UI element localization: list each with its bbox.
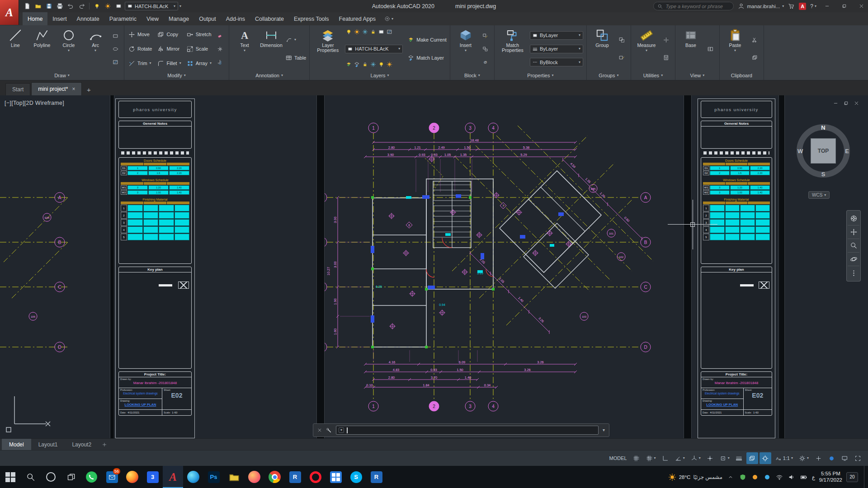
sun-icon[interactable] [103, 1, 113, 11]
navbar-zoom-icon[interactable] [848, 239, 859, 253]
chevron-down-icon[interactable]: ▾ [179, 5, 181, 8]
tool-array[interactable]: Array▾ [187, 58, 212, 69]
viewport-minimize-icon[interactable] [833, 101, 838, 106]
autodesk-app-icon[interactable]: A [799, 3, 806, 10]
taskbar-r-app-2-icon[interactable]: R [366, 466, 387, 488]
tool-quickcalc[interactable] [662, 53, 671, 62]
command-line[interactable]: ▾ ▾ [313, 423, 609, 437]
save-button[interactable] [44, 1, 54, 11]
maximize-button[interactable] [838, 0, 851, 12]
navbar-wheel-icon[interactable] [848, 212, 859, 225]
tool-blockattr[interactable]: @ [481, 57, 490, 66]
viewcube[interactable]: N S W E TOP [794, 122, 853, 180]
navbar-pan-icon[interactable] [848, 225, 859, 239]
property-dropdown-0[interactable]: ByLayer▾ [530, 31, 583, 40]
taskbar-start-icon[interactable] [0, 466, 20, 488]
panel-footer-utilities[interactable]: Utilities▾ [631, 70, 675, 80]
layout-tab-layout1[interactable]: Layout1 [31, 439, 65, 450]
grid-display[interactable] [631, 452, 642, 464]
taskbar-photoshop-icon[interactable]: Ps [203, 466, 224, 488]
tool-match-layer[interactable]: Match Layer [408, 52, 447, 63]
taskbar-blue-3-app-icon[interactable]: 3 [142, 466, 163, 488]
ribbon-tab-parametric[interactable]: Parametric [104, 12, 142, 25]
minimize-button[interactable] [821, 0, 834, 12]
panel-footer-view[interactable]: View▾ [675, 70, 719, 80]
tool-mirror[interactable]: Mirror [157, 43, 181, 54]
ribbon-tab-view[interactable]: View [142, 12, 164, 25]
tool-groupedit[interactable] [618, 53, 627, 62]
tool-dimension[interactable]: Dimension [259, 27, 283, 70]
tool-leader[interactable]: ▾ [286, 34, 306, 45]
layer-bulb-icon[interactable] [346, 28, 352, 37]
layout-tab-layout2[interactable]: Layout2 [65, 439, 99, 450]
layer-bulb-icon[interactable] [378, 61, 384, 69]
tool-trim[interactable]: Trim▾ [128, 58, 152, 69]
tool-ellipse[interactable] [111, 44, 120, 53]
ribbon-tab-express-tools[interactable]: Express Tools [289, 12, 334, 25]
property-dropdown-1[interactable]: ByLayer▾ [530, 45, 583, 53]
tool-group[interactable]: Group [590, 27, 614, 70]
tool-cut[interactable] [750, 36, 760, 45]
tool-layer-properties[interactable]: Layer Properties [313, 27, 343, 70]
tool-match-properties[interactable]: Match Properties [498, 27, 528, 70]
isometric-drafting[interactable]: ▾ [689, 452, 703, 464]
tool-table[interactable]: Table [286, 52, 306, 63]
tool-make-current[interactable]: Make Current [408, 34, 447, 45]
bulb-icon[interactable] [92, 1, 102, 11]
annotation-monitor[interactable] [812, 452, 824, 464]
layer-swatch-icon[interactable] [378, 28, 384, 37]
panel-footer-draw[interactable]: Draw▾ [0, 70, 124, 80]
tool-move[interactable]: Move [128, 29, 152, 40]
layer-hatch-icon[interactable] [387, 28, 392, 37]
panel-footer-annotation[interactable]: Annotation▾ [229, 70, 309, 80]
taskbar-skype-icon[interactable]: S [346, 466, 366, 488]
network-icon[interactable] [775, 474, 783, 481]
viewport-controls-label[interactable]: [−][Top][2D Wireframe] [5, 100, 64, 106]
tool-circle[interactable]: Circle▾ [57, 27, 81, 70]
viewcube-north[interactable]: N [821, 124, 825, 131]
user-account[interactable]: manar.ibrahi... ▾ [738, 3, 784, 9]
ortho-mode[interactable] [660, 452, 671, 464]
ribbon-tab-featured-apps[interactable]: Featured Apps [334, 12, 381, 25]
viewcube-east[interactable]: E [845, 148, 849, 155]
help-menu[interactable]: ? ▾ [810, 3, 816, 9]
taskbar-store-app-icon[interactable] [326, 466, 346, 488]
close-tab-icon[interactable]: × [72, 86, 75, 92]
action-center-button[interactable]: 20 [846, 472, 858, 482]
tool-idpoint[interactable] [662, 36, 671, 45]
panel-footer-layers[interactable]: Layers▾ [310, 70, 450, 80]
tool-copy[interactable]: Copy [157, 29, 181, 40]
taskbar-firefox-icon[interactable] [122, 466, 142, 488]
tool-offset[interactable] [216, 57, 225, 66]
show-desktop-button[interactable] [864, 466, 866, 488]
tool-insert[interactable]: Insert▾ [453, 27, 478, 70]
file-tab-document[interactable]: mini project* × [31, 82, 82, 95]
taskbar-file-explorer-icon[interactable] [224, 466, 244, 488]
tool-viewporticon[interactable] [706, 44, 715, 53]
layout-tab-model[interactable]: Model [2, 439, 31, 450]
battery-icon[interactable] [800, 474, 808, 481]
cloud-icon[interactable] [763, 475, 771, 479]
weather-widget[interactable]: 28°Cمشمس جزئيًا [668, 473, 722, 481]
tool-measure[interactable]: Measure▾ [634, 27, 659, 70]
taskbar-search-icon[interactable] [20, 466, 41, 488]
tool-stretch[interactable]: Stretch [187, 29, 212, 40]
selection-cycling[interactable] [746, 452, 758, 464]
show-hidden-icons-icon[interactable] [726, 474, 735, 480]
file-tab-start[interactable]: Start [5, 83, 30, 95]
tool-scale[interactable]: Scale [187, 43, 212, 54]
ribbon-tab-manage[interactable]: Manage [164, 12, 194, 25]
hardware-acceleration[interactable] [826, 452, 837, 464]
volume-icon[interactable] [788, 474, 796, 481]
antivirus-icon[interactable] [739, 474, 747, 481]
viewcube-south[interactable]: S [821, 171, 826, 178]
ribbon-tab-annotate[interactable]: Annotate [72, 12, 104, 25]
model-space-toggle[interactable]: MODEL [607, 452, 629, 464]
panel-footer-properties[interactable]: Properties▾ [495, 70, 586, 80]
layer-lock-icon[interactable] [362, 61, 368, 69]
viewcube-west[interactable]: W [797, 148, 803, 155]
layer-freeze-icon[interactable] [370, 61, 376, 69]
help-search[interactable] [653, 2, 734, 10]
object-snap[interactable]: ▾ [717, 452, 732, 464]
tool-line[interactable]: Line [3, 27, 28, 70]
